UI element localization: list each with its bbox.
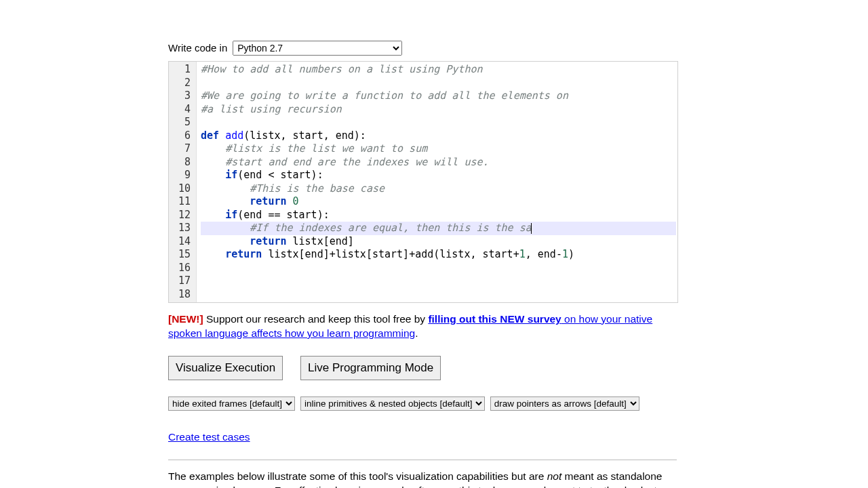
- survey-banner: [NEW!] Support our research and keep thi…: [168, 312, 678, 341]
- frames-select[interactable]: hide exited frames [default]: [168, 396, 295, 411]
- create-test-cases: Create test cases: [168, 431, 678, 443]
- primitives-select[interactable]: inline primitives & nested objects [defa…: [300, 396, 485, 411]
- code-content[interactable]: #How to add all numbers on a list using …: [197, 62, 677, 302]
- code-editor[interactable]: 123456789101112131415161718 #How to add …: [168, 61, 678, 303]
- footer-text: The examples below illustrate some of th…: [168, 470, 678, 488]
- line-number-gutter: 123456789101112131415161718: [169, 62, 197, 302]
- action-buttons: Visualize Execution Live Programming Mod…: [168, 356, 678, 380]
- create-test-link[interactable]: Create test cases: [168, 431, 250, 443]
- separator: [168, 460, 677, 460]
- language-row: Write code in Python 2.7: [168, 41, 678, 56]
- live-mode-button[interactable]: Live Programming Mode: [300, 356, 441, 380]
- language-label: Write code in: [168, 42, 227, 54]
- new-badge: [NEW!]: [168, 313, 203, 325]
- options-row: hide exited frames [default] inline prim…: [168, 396, 678, 411]
- visualize-button[interactable]: Visualize Execution: [168, 356, 283, 380]
- language-select[interactable]: Python 2.7: [233, 41, 402, 56]
- pointers-select[interactable]: draw pointers as arrows [default]: [490, 396, 639, 411]
